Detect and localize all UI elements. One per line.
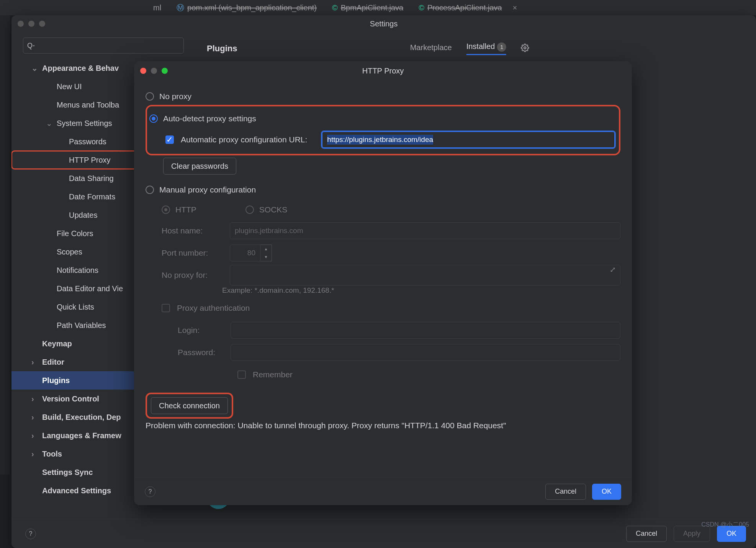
auto-url-label: Automatic proxy configuration URL:	[181, 135, 307, 144]
gutter-bg	[0, 15, 10, 475]
auto-detect-highlight: Auto-detect proxy settings ✓ Automatic p…	[146, 105, 620, 155]
chevron-up-icon: ▲	[260, 245, 272, 253]
page-title: Plugins	[207, 44, 237, 54]
chevron-right-icon: ›	[31, 358, 34, 367]
proxy-title: HTTP Proxy	[362, 67, 404, 75]
chevron-right-icon: ›	[31, 395, 34, 403]
window-close-icon[interactable]	[18, 21, 24, 27]
installed-count-badge: 1	[497, 42, 506, 52]
noproxy-input: ⤢	[230, 265, 620, 285]
settings-search-input[interactable]	[23, 38, 184, 54]
editor-tab: © ProcessApiClient.java ×	[419, 3, 517, 12]
checkbox-auto-url[interactable]: ✓	[165, 135, 174, 144]
editor-tab: ml	[153, 3, 161, 12]
checkbox-remember	[237, 370, 246, 379]
cancel-button[interactable]: Cancel	[545, 484, 586, 500]
auth-row: Proxy authentication	[162, 297, 620, 319]
connection-error-text: Problem with connection: Unable to tunne…	[146, 421, 620, 430]
radio-http	[162, 206, 170, 214]
watermark: CSDN @小二005	[701, 521, 749, 529]
expand-icon: ⤢	[610, 265, 616, 274]
noproxy-row: No proxy for: ⤢	[162, 264, 620, 286]
settings-title: Settings	[370, 20, 398, 28]
chevron-right-icon: ›	[31, 431, 34, 440]
check-connection-highlight: Check connection	[146, 393, 233, 419]
chevron-down-icon: ▼	[260, 253, 272, 261]
svg-point-0	[524, 47, 526, 49]
chevron-down-icon: ⌄	[31, 64, 38, 73]
help-button[interactable]: ?	[145, 486, 155, 497]
proxy-titlebar: HTTP Proxy	[134, 61, 632, 80]
editor-tabs-bg: ml Ⓜ pom.xml (wis_bpm_application_client…	[0, 0, 756, 15]
radio-auto-detect[interactable]: Auto-detect proxy settings	[149, 109, 615, 129]
window-close-icon[interactable]	[140, 68, 146, 74]
radio-manual[interactable]: Manual proxy configuration	[146, 180, 620, 200]
window-maximize-icon[interactable]	[39, 21, 45, 27]
example-text: Example: *.domain.com, 192.168.*	[222, 286, 620, 295]
auto-url-input[interactable]: https://plugins.jetbrains.com/idea	[322, 131, 615, 148]
login-input	[231, 322, 620, 339]
clear-passwords-button[interactable]: Clear passwords	[163, 158, 236, 175]
port-row: Port number: ▲▼	[162, 242, 620, 264]
http-proxy-dialog: HTTP Proxy No proxy Auto-detect proxy se…	[134, 61, 632, 505]
login-row: Login:	[178, 319, 620, 341]
password-row: Password:	[178, 341, 620, 364]
window-minimize-icon	[151, 68, 157, 74]
ok-button[interactable]: OK	[592, 484, 621, 500]
radio-icon	[146, 186, 154, 194]
manual-type-row: HTTP SOCKS	[162, 200, 620, 220]
chevron-right-icon: ›	[31, 413, 34, 422]
window-maximize-icon[interactable]	[162, 68, 168, 74]
check-connection-button[interactable]: Check connection	[151, 397, 228, 414]
chevron-right-icon: ›	[31, 450, 34, 458]
tab-installed[interactable]: Installed1	[466, 42, 507, 55]
proxy-footer: ? Cancel OK	[134, 478, 632, 505]
host-row: Host name: plugins.jetbrains.com	[162, 220, 620, 242]
gear-icon[interactable]	[521, 44, 529, 54]
editor-tab: © BpmApiClient.java	[332, 3, 403, 12]
password-input	[231, 344, 620, 361]
radio-no-proxy[interactable]: No proxy	[146, 86, 620, 106]
radio-icon	[149, 114, 158, 123]
port-spinner: ▲▼	[230, 245, 272, 261]
chevron-down-icon: ⌄	[46, 119, 52, 128]
checkbox-auth	[162, 304, 170, 312]
radio-icon	[146, 92, 154, 101]
cancel-button[interactable]: Cancel	[626, 526, 667, 542]
help-button[interactable]: ?	[25, 528, 36, 539]
host-input: plugins.jetbrains.com	[230, 222, 620, 239]
settings-footer: ? Cancel Apply OK	[11, 519, 756, 548]
radio-socks	[245, 206, 254, 214]
editor-tab: Ⓜ pom.xml (wis_bpm_application_client)	[177, 3, 317, 13]
tab-marketplace[interactable]: Marketplace	[410, 43, 452, 54]
window-minimize-icon[interactable]	[28, 21, 34, 27]
remember-row: Remember	[178, 364, 620, 386]
settings-titlebar: Settings	[11, 15, 756, 32]
auto-url-row: ✓ Automatic proxy configuration URL: htt…	[165, 129, 615, 151]
plugins-header: Plugins Marketplace Installed1	[195, 32, 756, 65]
